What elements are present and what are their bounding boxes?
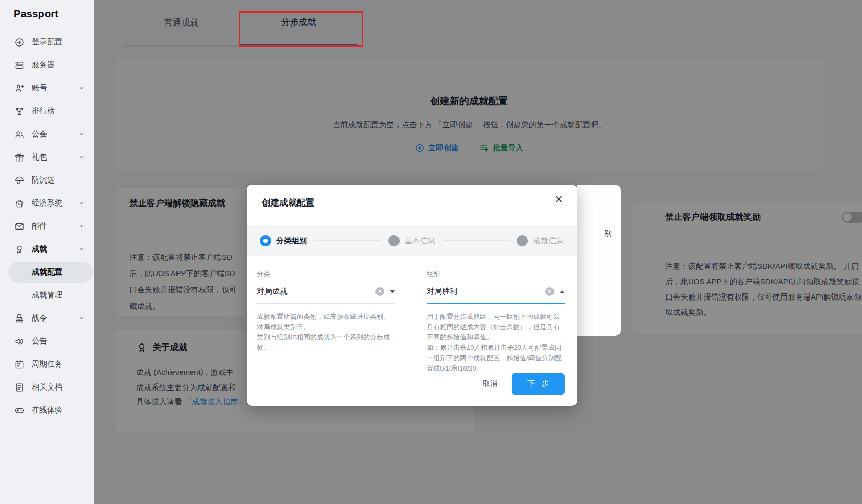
step-label: 成就信息 (533, 236, 564, 246)
create-achievement-modal: 创建成就配置 × 分类组别基本信息成就信息 分类对局成就×成就配置所属的类别，如… (247, 185, 577, 406)
sidebar-item-leaderboard[interactable]: 排行榜 (0, 100, 94, 123)
sidebar-subrow: 成就管理 (0, 284, 94, 307)
umbrella-icon (14, 175, 25, 186)
help-paragraph: 如：累计击杀10人和累计击杀20人可配置成同一组别下的两个成就配置，起始值/阈值… (427, 342, 565, 373)
field-label: 组别 (427, 269, 565, 279)
announcement-icon (14, 336, 25, 347)
modal-footer: 取消 下一步 (483, 373, 565, 395)
economy-icon (14, 198, 25, 209)
background-panel-cut-text: 别 (604, 228, 612, 238)
stepper-connector (314, 240, 381, 241)
modal-stepper: 分类组别基本信息成就信息 (247, 225, 577, 256)
sidebar-nav: 登录配置服务器账号排行榜公会礼包防沉迷经济系统邮件成就成就配置成就管理战令公告周… (0, 31, 94, 422)
step-dot-icon (517, 235, 528, 246)
gift-icon (14, 152, 25, 163)
modal-title: 创建成就配置 (262, 197, 314, 209)
stepper-step-3: 成就信息 (517, 235, 564, 246)
sidebar-item-umbrella[interactable]: 防沉迷 (0, 169, 94, 192)
app-root: Passport 登录配置服务器账号排行榜公会礼包防沉迷经济系统邮件成就成就配置… (0, 0, 862, 504)
sidebar-item-label: 战令 (32, 313, 47, 323)
help-paragraph: 用于配置分步成就组，同一组别下的成就可以具有相同的达成内容（如击杀数），但是具有… (427, 312, 565, 342)
sidebar-item-label: 服务器 (32, 60, 55, 70)
sidebar-item-login[interactable]: 登录配置 (0, 31, 94, 54)
sidebar-item-label: 账号 (32, 83, 47, 93)
gamepad-icon (14, 405, 25, 416)
stepper-step-1: 分类组别 (260, 235, 307, 246)
step-dot-icon (388, 235, 400, 246)
sidebar-item-label: 排行榜 (32, 106, 55, 116)
mail-icon (14, 221, 25, 232)
app-logo: Passport (14, 8, 58, 20)
chevron-down-icon (78, 200, 85, 207)
sidebar-item-label: 公告 (32, 336, 47, 346)
sidebar-item-server[interactable]: 服务器 (0, 54, 94, 77)
background-panel-edge: 别 (577, 185, 621, 336)
sidebar-item-guild[interactable]: 公会 (0, 123, 94, 146)
next-step-button[interactable]: 下一步 (512, 373, 565, 395)
docs-icon (14, 382, 25, 393)
field-col-1: 分类对局成就×成就配置所属的类别，如皮肤收藏进度类别、对局成就类别等。类别与组别… (257, 269, 395, 374)
sidebar-item-announcement[interactable]: 公告 (0, 330, 94, 353)
leaderboard-icon (14, 106, 25, 117)
chevron-down-icon (78, 154, 85, 161)
help-paragraph: 成就配置所属的类别，如皮肤收藏进度类别、对局成就类别等。 (257, 312, 395, 332)
sidebar-item-gamepad[interactable]: 在线体验 (0, 399, 94, 422)
field-help-text: 成就配置所属的类别，如皮肤收藏进度类别、对局成就类别等。类别与组别均相同的成就为… (257, 312, 395, 353)
modal-form: 分类对局成就×成就配置所属的类别，如皮肤收藏进度类别、对局成就类别等。类别与组别… (247, 256, 577, 374)
caret-up-icon[interactable] (560, 290, 565, 293)
sidebar-item-docs[interactable]: 相关文档 (0, 376, 94, 399)
field-col-2: 组别对局胜利×用于配置分步成就组，同一组别下的成就可以具有相同的达成内容（如击杀… (427, 269, 565, 374)
sidebar-item-gift[interactable]: 礼包 (0, 146, 94, 169)
sidebar-item-label: 经济系统 (32, 198, 62, 208)
cancel-button[interactable]: 取消 (483, 379, 497, 388)
step-label: 分类组别 (276, 236, 307, 246)
chevron-down-icon (78, 131, 85, 138)
guild-icon (14, 129, 25, 140)
select-input[interactable]: 对局成就× (257, 287, 395, 304)
caret-down-icon[interactable] (390, 290, 395, 293)
sidebar-item-account[interactable]: 账号 (0, 77, 94, 100)
modal-header: 创建成就配置 × (247, 185, 577, 225)
select-value: 对局成就 (257, 287, 375, 296)
field-help-text: 用于配置分步成就组，同一组别下的成就可以具有相同的达成内容（如击杀数），但是具有… (427, 312, 565, 374)
stepper-step-2: 基本信息 (388, 235, 435, 246)
sidebar-item-mail[interactable]: 邮件 (0, 215, 94, 238)
login-icon (14, 37, 25, 48)
sidebar-item-calendar[interactable]: 周期任务 (0, 353, 94, 376)
help-paragraph: 类别与组别均相同的成就为一个系列的分步成就。 (257, 332, 395, 353)
sidebar-item-label: 成就 (32, 244, 47, 254)
server-icon (14, 60, 25, 71)
sidebar-subrow: 成就配置 (0, 261, 94, 284)
main-area: 普通成就 分步成就 创建新的成就配置 当前成就配置为空，点击下方 「立即创建」 … (94, 0, 862, 504)
step-label: 基本信息 (405, 236, 435, 246)
sidebar-subitem-10[interactable]: 成就配置 (8, 262, 93, 283)
sidebar: Passport 登录配置服务器账号排行榜公会礼包防沉迷经济系统邮件成就成就配置… (0, 0, 94, 504)
select-value: 对局胜利 (427, 287, 545, 296)
sidebar-item-economy[interactable]: 经济系统 (0, 192, 94, 215)
sidebar-item-label: 登录配置 (32, 37, 62, 47)
chevron-up-icon (78, 246, 85, 253)
sidebar-item-label: 防沉迷 (32, 175, 55, 185)
clear-circle-icon[interactable]: × (545, 287, 554, 296)
battlepass-icon (14, 313, 25, 324)
stepper-connector (443, 240, 510, 241)
select-input[interactable]: 对局胜利× (427, 287, 565, 304)
chevron-down-icon (78, 315, 85, 322)
sidebar-item-label: 邮件 (32, 221, 47, 231)
sidebar-item-label: 礼包 (32, 152, 47, 162)
calendar-icon (14, 359, 25, 370)
sidebar-item-label: 公会 (32, 129, 47, 139)
achievement-icon (14, 244, 25, 255)
clear-circle-icon[interactable]: × (375, 287, 384, 296)
sidebar-item-label: 在线体验 (32, 405, 62, 415)
chevron-down-icon (78, 223, 85, 230)
sidebar-item-battlepass[interactable]: 战令 (0, 307, 94, 330)
chevron-down-icon (78, 85, 85, 91)
sidebar-item-achievement[interactable]: 成就 (0, 238, 94, 261)
step-dot-icon (260, 235, 271, 246)
sidebar-item-label: 周期任务 (32, 359, 62, 369)
sidebar-subitem-11[interactable]: 成就管理 (8, 285, 93, 306)
sidebar-item-label: 相关文档 (32, 382, 62, 392)
close-icon[interactable]: × (555, 193, 563, 207)
field-label: 分类 (257, 269, 395, 279)
